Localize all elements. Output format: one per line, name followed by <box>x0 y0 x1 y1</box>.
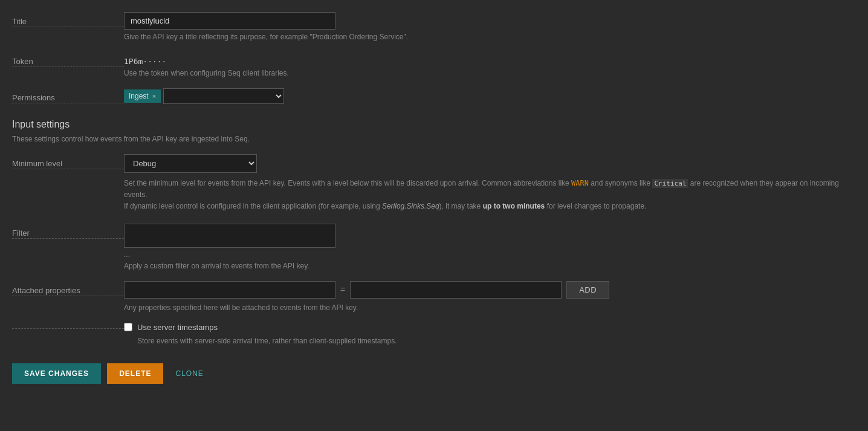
clone-button[interactable]: CLONE <box>169 363 209 384</box>
permissions-container: Ingest × Ingest Read Write Setup <box>124 88 850 104</box>
server-timestamps-spacer <box>12 323 124 328</box>
token-content: 1P6m····· Use the token when configuring… <box>124 52 850 77</box>
title-label: Title <box>12 12 124 26</box>
token-value: 1P6m····· <box>124 52 850 66</box>
server-timestamps-checkbox[interactable] <box>124 323 132 331</box>
minimum-level-content: Verbose Debug Information Warning Error … <box>124 154 850 213</box>
delete-button[interactable]: DELETE <box>107 363 163 384</box>
attached-props-inputs: = ADD <box>124 281 850 299</box>
action-buttons: SAVE CHANGES DELETE CLONE <box>12 363 850 384</box>
attached-properties-row: Attached properties = ADD Any properties… <box>12 281 850 312</box>
filter-label: Filter <box>12 224 124 238</box>
token-row: Token 1P6m····· Use the token when confi… <box>12 52 850 77</box>
title-input[interactable] <box>124 12 335 30</box>
add-property-button[interactable]: ADD <box>566 281 609 299</box>
level-desc-part6: for level changes to propagate. <box>545 202 646 210</box>
filter-ellipsis: ... <box>124 250 850 259</box>
level-desc-part1: Set the minimum level for events from th… <box>124 179 571 187</box>
critical-highlight: Critical <box>652 179 688 188</box>
server-timestamps-label[interactable]: Use server timestamps <box>137 323 218 332</box>
token-label: Token <box>12 52 124 66</box>
save-changes-button[interactable]: SAVE CHANGES <box>12 363 101 384</box>
prop-val-input[interactable] <box>350 281 562 299</box>
server-timestamps-checkbox-row: Use server timestamps <box>124 323 850 332</box>
attached-props-hint: Any properties specified here will be at… <box>124 303 850 312</box>
warn-highlight: WARN <box>571 179 589 187</box>
input-settings-section: Input settings These settings control ho… <box>12 119 850 143</box>
filter-hint: Apply a custom filter on arrival to even… <box>124 262 850 270</box>
attached-properties-label: Attached properties <box>12 281 124 295</box>
title-hint: Give the API key a title reflecting its … <box>124 33 850 41</box>
bold-up-to-two: up to two minutes <box>483 202 545 210</box>
minimum-level-row: Minimum level Verbose Debug Information … <box>12 154 850 213</box>
minimum-level-label: Minimum level <box>12 154 124 168</box>
title-content: Give the API key a title reflecting its … <box>124 12 850 41</box>
permissions-dropdown[interactable]: Ingest Read Write Setup <box>163 88 284 104</box>
level-desc-part2: and synonyms like <box>589 179 652 187</box>
minimum-level-select[interactable]: Verbose Debug Information Warning Error … <box>124 154 257 173</box>
prop-key-input[interactable] <box>124 281 335 299</box>
level-desc-part4: If dynamic level control is configured i… <box>124 202 382 210</box>
filter-row: Filter ... Apply a custom filter on arri… <box>12 224 850 270</box>
input-settings-title: Input settings <box>12 119 850 130</box>
attached-properties-content: = ADD Any properties specified here will… <box>124 281 850 312</box>
filter-content: ... Apply a custom filter on arrival to … <box>124 224 850 270</box>
permissions-label: Permissions <box>12 88 124 102</box>
ingest-tag-remove[interactable]: × <box>152 92 156 100</box>
server-timestamps-row: Use server timestamps Store events with … <box>12 323 850 345</box>
token-hint: Use the token when configuring Seq clien… <box>124 69 850 77</box>
permissions-row: Permissions Ingest × Ingest Read Write S… <box>12 88 850 104</box>
equals-sign: = <box>340 285 345 294</box>
permissions-content: Ingest × Ingest Read Write Setup <box>124 88 850 104</box>
level-description: Set the minimum level for events from th… <box>124 178 849 213</box>
ingest-tag: Ingest × <box>124 89 161 103</box>
server-timestamps-hint: Store events with server-side arrival ti… <box>137 337 850 345</box>
title-row: Title Give the API key a title reflectin… <box>12 12 850 41</box>
serilog-italic: Serilog.Sinks.Seq <box>382 202 439 210</box>
input-settings-description: These settings control how events from t… <box>12 135 850 143</box>
level-desc-part5: ), it may take <box>439 202 483 210</box>
filter-input[interactable] <box>124 224 335 248</box>
server-timestamps-content: Use server timestamps Store events with … <box>124 323 850 345</box>
ingest-tag-label: Ingest <box>129 92 149 100</box>
main-container: Title Give the API key a title reflectin… <box>0 0 868 402</box>
